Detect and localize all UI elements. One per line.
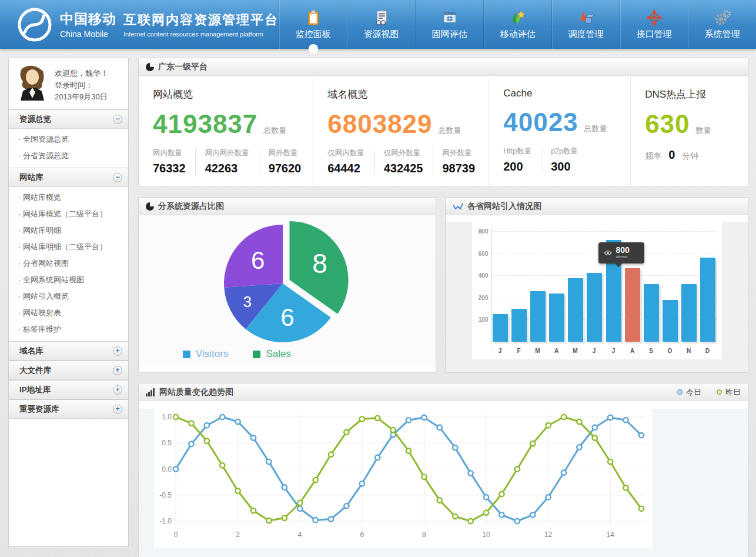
stat-sub-label: 仅网外数量 [384, 148, 423, 158]
sidebar-item[interactable]: 网站映射表 [9, 305, 128, 321]
data-point [360, 416, 364, 421]
sidebar-section-2[interactable]: 网站库− [9, 168, 128, 187]
bar-M-3[interactable] [530, 291, 546, 342]
stat-sub: 网外数量97620 [259, 148, 311, 175]
y-gridline: 400 [491, 275, 717, 276]
sidebar-item[interactable]: 标签库维护 [9, 321, 128, 338]
data-point [623, 485, 628, 490]
pie-slice-label: 8 [312, 248, 327, 279]
data-point [468, 519, 473, 523]
pie-chart: 8636 VisitorsSales [139, 215, 436, 366]
nav-item-5[interactable]: 调度管理 [551, 0, 620, 49]
stat-sub-value: 64442 [327, 162, 364, 175]
sidebar-item[interactable]: 分省网站视图 [9, 255, 128, 272]
data-point [329, 516, 333, 521]
stat-sub: Http数量200 [503, 146, 541, 174]
sidebar-section-6[interactable]: 重要资源库+ [9, 399, 128, 419]
bar-D-12[interactable] [700, 258, 715, 342]
data-point [344, 430, 349, 435]
data-point [515, 519, 520, 523]
expand-icon[interactable]: + [113, 405, 122, 414]
sidebar-section-3[interactable]: 域名库+ [9, 341, 128, 361]
bar-O-10[interactable] [663, 300, 678, 342]
nav-item-6[interactable]: 接口管理 [620, 0, 688, 49]
monitor-panel-icon [305, 9, 322, 26]
stat-sub-label: 网外数量 [269, 148, 302, 158]
sidebar-item[interactable]: 网站库概览（二级平台） [9, 206, 128, 222]
pie-chart-icon [146, 202, 154, 211]
y-axis-label: 800 [476, 228, 489, 235]
x-axis-label: 10 [482, 531, 490, 539]
x-axis-label: J [493, 348, 508, 354]
nav-item-3[interactable]: 固网评估 [415, 0, 483, 49]
brand-name-en: China Mobile [60, 29, 116, 39]
bar-M-5[interactable] [568, 278, 583, 342]
sidebar-section-5[interactable]: IP地址库+ [9, 380, 128, 399]
data-point [499, 492, 504, 496]
sidebar-section-label: IP地址库 [19, 385, 51, 395]
bar-J-6[interactable] [587, 273, 602, 342]
data-point [484, 495, 489, 499]
stat-sub-label: p2p数量 [551, 146, 578, 156]
line-panel: 网站质量变化趋势图 今日昨日 024681012141.00.50.0-0.5-… [138, 383, 748, 557]
y-axis-label: -1.0 [159, 517, 172, 525]
x-axis-label: N [681, 348, 697, 354]
nav-item-7[interactable]: 系统管理 [688, 0, 756, 49]
data-point [235, 489, 240, 493]
nav-label: 调度管理 [568, 29, 604, 40]
x-axis-label: M [530, 348, 546, 354]
data-point [173, 466, 178, 471]
bar-F-2[interactable] [511, 309, 527, 342]
sidebar-item[interactable]: 全网系统网站视图 [9, 272, 128, 288]
expand-icon[interactable]: + [113, 366, 122, 375]
legend-item-1[interactable]: 今日 [677, 387, 701, 398]
sidebar-item[interactable]: 网站库明细（二级平台） [9, 239, 128, 255]
pie-chart-icon [146, 63, 154, 71]
bar-J-1[interactable] [493, 314, 508, 342]
stat-sub: p2p数量300 [541, 146, 587, 174]
legend-marker [717, 389, 722, 395]
sidebar-item[interactable]: 分省资源总览 [9, 148, 128, 164]
bar-A-4[interactable] [549, 293, 564, 342]
bar-S-9[interactable] [644, 284, 659, 342]
collapse-icon[interactable]: − [113, 173, 122, 182]
legend-item-2[interactable]: 昨日 [717, 387, 741, 398]
y-axis-label: -0.5 [159, 491, 172, 499]
data-point [515, 466, 520, 471]
brand: 中国移动 China Mobile 互联网内容资源管理平台 Internet c… [0, 0, 279, 49]
sidebar-item[interactable]: 全国资源总览 [9, 131, 128, 148]
expand-icon[interactable]: + [113, 346, 122, 356]
tooltip-unit: views [616, 254, 630, 259]
x-axis-label: O [663, 348, 678, 354]
sidebar-item[interactable]: 网站引入概览 [9, 288, 128, 305]
legend-item-visitors[interactable]: Visitors [183, 348, 228, 360]
bar-N-11[interactable] [681, 284, 697, 342]
x-axis-label: 14 [607, 531, 615, 539]
sidebar-section-4[interactable]: 大文件库+ [9, 361, 128, 380]
collapse-icon[interactable]: − [113, 115, 122, 124]
line-panel-header: 网站质量变化趋势图 今日昨日 [139, 383, 748, 401]
x-axis-label: A [549, 348, 564, 354]
nav-item-1[interactable]: 监控面板 [279, 0, 347, 49]
pie-panel: 分系统资源占比图 8636 VisitorsSales [138, 197, 436, 373]
sidebar-section-1[interactable]: 资源总览− [9, 109, 128, 129]
sidebar-item[interactable]: 网站库明细 [9, 222, 128, 239]
data-point [437, 425, 442, 430]
freq-unit: 分钟 [682, 151, 698, 162]
stat-sub-value: 200 [503, 160, 531, 174]
data-point [313, 478, 317, 482]
pie-panel-header: 分系统资源占比图 [139, 198, 436, 215]
legend-item-sales[interactable]: Sales [253, 348, 291, 360]
bar-A-8[interactable] [625, 268, 640, 342]
data-point [375, 416, 380, 421]
expand-icon[interactable]: + [113, 385, 122, 395]
stat-sub: 网内网外数量42263 [195, 148, 259, 175]
sidebar-item[interactable]: 网站库概览 [9, 189, 128, 206]
nav-item-2[interactable]: 资源视图 [347, 0, 415, 49]
stat-sub-value: 97620 [269, 162, 302, 175]
nav-label: 移动评估 [500, 29, 536, 40]
stat-big-label: 总数量 [584, 124, 607, 134]
data-point [546, 495, 550, 499]
data-point [561, 415, 566, 419]
nav-item-4[interactable]: 移动评估 [483, 0, 551, 49]
